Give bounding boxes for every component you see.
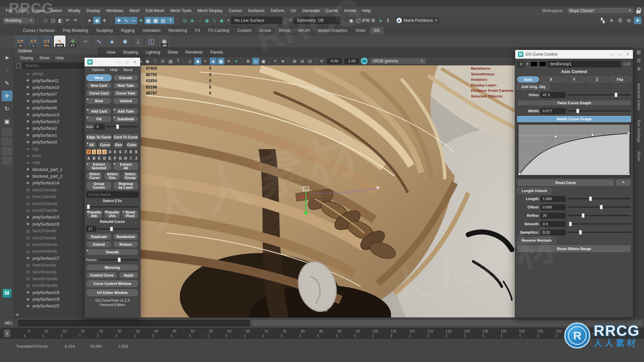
letter-cell[interactable]: G [118, 156, 123, 161]
duplicate-button[interactable]: Duplicate [86, 233, 112, 240]
timeline-tick[interactable]: 80 [286, 328, 305, 339]
chevron-down-icon[interactable]: ▼ [526, 62, 529, 66]
digit-cell[interactable]: 2 [97, 149, 102, 155]
menu-item[interactable]: Surfaces [245, 8, 267, 13]
timeline-tick[interactable]: 30 [103, 328, 121, 339]
snap-icon[interactable]: ▤ [159, 17, 167, 24]
parameter-value-field[interactable]: 0.000 [541, 204, 566, 210]
letter-cell[interactable]: D [102, 156, 107, 161]
viewport-icon[interactable]: ◉ [144, 58, 151, 65]
letter-cell[interactable]: H [123, 156, 128, 161]
menu-item[interactable]: Modify [65, 8, 84, 13]
shelf-tab[interactable]: Rigging [117, 26, 139, 35]
digit-cell[interactable]: 6 [118, 149, 123, 155]
edge-to-curve-button[interactable]: Edge To Curve [86, 134, 112, 140]
shelf-tab[interactable]: Motion Graphics [314, 26, 351, 35]
add-tube-button[interactable]: Add Tube [113, 108, 139, 115]
reduce-button[interactable]: Reduce [113, 241, 139, 248]
render-icon[interactable]: ▢ [355, 17, 362, 24]
group-curves-button[interactable]: GroupCurves [86, 181, 112, 190]
maximize-button[interactable]: □ [617, 52, 623, 56]
viewport-menu-item[interactable]: Show [164, 50, 182, 55]
digit-cell[interactable]: 4 [107, 149, 112, 155]
sidebar-vertical-tab[interactable]: Attribute Editor [637, 83, 641, 111]
menu-item[interactable]: Mesh Tools [167, 8, 195, 13]
rebuild-value-field[interactable]: 17 [86, 226, 96, 232]
timeline-tick[interactable]: 25 [85, 328, 103, 339]
mirroring-button[interactable]: Mirroring [86, 264, 139, 271]
playback-button[interactable]: ‹ [582, 330, 588, 337]
select-cvs-slider[interactable] [86, 206, 139, 207]
chevron-down-icon[interactable]: ▼ [227, 19, 230, 22]
viewport-icon[interactable]: ⊡ [159, 58, 166, 65]
sidebar-toggle-icon[interactable]: ▚ [599, 17, 606, 24]
add-card-button[interactable]: Add Card [86, 108, 112, 115]
magnet-icon[interactable]: ◔ [196, 17, 203, 24]
viewport-icon[interactable] [315, 58, 317, 64]
parameter-slider[interactable] [568, 223, 631, 225]
curve-control-window-button[interactable]: Curve Control Window [86, 280, 139, 288]
shelf-button[interactable]: ✎ Hist [54, 36, 65, 47]
digit-cell[interactable]: 7 [123, 149, 128, 155]
shelf-tab[interactable]: MASH [294, 26, 314, 35]
shelf-button[interactable]: CT DEL [41, 36, 52, 47]
viewport-icon[interactable]: ◎ [252, 58, 259, 65]
magnet-icon[interactable]: ◎ [181, 17, 189, 24]
timeline-tick[interactable]: 110 [396, 328, 415, 339]
viewport-menu-item[interactable]: View [103, 50, 119, 55]
timeline-tick[interactable]: 135 [488, 328, 506, 339]
selection-mode-icon[interactable]: ➤ [86, 17, 93, 24]
fill-button[interactable]: Fill [86, 116, 112, 122]
parameter-value-field[interactable]: 0.0 [541, 221, 566, 227]
bind-group-field[interactable]: bindGroup1 [548, 61, 621, 67]
new-tube-button[interactable]: New Tube [113, 82, 139, 89]
viewport-icon[interactable] [288, 58, 290, 64]
viewport-icon[interactable] [268, 58, 270, 64]
outliner-menu-item[interactable]: Help [53, 56, 66, 60]
letter-cell[interactable]: J [133, 156, 139, 161]
sidebar-vertical-tab[interactable]: XGen [637, 151, 641, 161]
orien-value-field[interactable]: 47.3 [541, 92, 566, 98]
playback-button[interactable]: » [597, 330, 604, 337]
shelf-tab[interactable]: FX [191, 26, 204, 35]
extend-button[interactable]: Extend [86, 241, 112, 248]
attribute-editor-icon[interactable]: ☰ [637, 58, 641, 63]
selection-mode-icon[interactable]: ✛ [101, 17, 108, 24]
select-group-button[interactable]: SelectGroup [122, 172, 139, 180]
live-surface-field[interactable]: No Live Surface [231, 17, 282, 24]
length-unlock-button[interactable]: Length Unlock [517, 188, 551, 194]
axis-button[interactable]: Y [563, 76, 585, 82]
filter-geo-button[interactable]: Geo [113, 141, 124, 148]
viewport-icon[interactable]: T [175, 58, 182, 65]
menu-item[interactable]: Curves [226, 8, 245, 13]
snap-icon[interactable]: ▩ [152, 17, 159, 24]
time-slider[interactable]: 1 51015202530354045505560657075808590951… [0, 328, 644, 339]
rebuild-slider[interactable] [98, 228, 139, 230]
reset-curve-button[interactable]: Reset Curve [517, 179, 614, 186]
timeline-tick[interactable]: 150 [543, 328, 561, 339]
minimize-button[interactable]: — [117, 60, 122, 64]
timeline-tick[interactable]: 50 [176, 328, 195, 339]
gs-curvetools-titlebar[interactable]: M — □ ✕ [85, 58, 140, 66]
factor-slider[interactable] [98, 259, 139, 260]
viewport-icon[interactable]: ▨ [167, 58, 174, 65]
timeline-tick[interactable]: 10 [30, 328, 48, 339]
select-geo-button[interactable]: SelectGeo [104, 172, 120, 180]
filter-curve-button[interactable]: Curve [98, 141, 112, 148]
close-button[interactable]: ✕ [625, 52, 630, 57]
shelf-tab[interactable]: Animation [139, 26, 164, 35]
add-slider[interactable] [106, 126, 139, 127]
select-curve-button[interactable]: SelectCurve [86, 172, 103, 180]
maximize-button[interactable]: □ [124, 60, 130, 64]
letter-cell[interactable]: A [86, 156, 91, 161]
viewport-menu-item[interactable]: Lighting [142, 50, 164, 55]
viewport-icon[interactable]: ◐ [202, 58, 209, 65]
viewport-icon[interactable] [183, 58, 185, 64]
group-name-input[interactable] [86, 191, 139, 198]
snap-icon[interactable]: ✚ [115, 17, 122, 24]
chevron-down-icon[interactable]: ▼ [289, 19, 292, 22]
menu-item[interactable]: Arnold [341, 8, 359, 13]
card-to-curve-button[interactable]: Card To Curve [113, 134, 139, 140]
width-curve-graph-bar[interactable]: Width Curve Graph [517, 116, 631, 122]
workspace-dropdown[interactable]: Maya Classic* ▼ [567, 7, 634, 14]
